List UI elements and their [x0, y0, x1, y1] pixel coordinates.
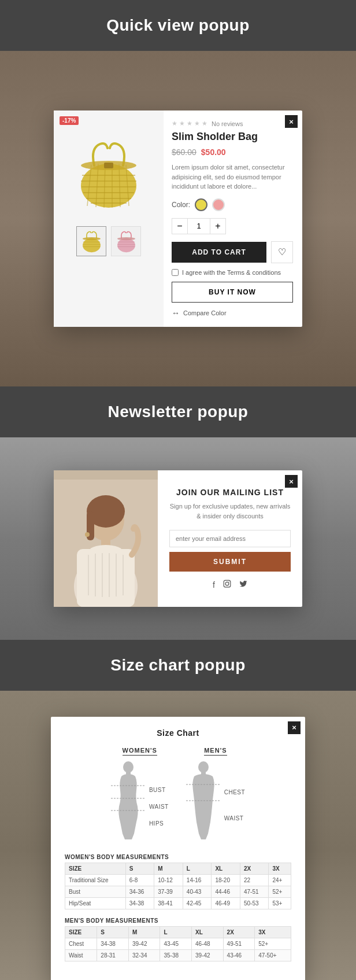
star-4: ★ — [194, 120, 200, 127]
newsletter-popup: × — [54, 470, 302, 607]
quantity-plus-button[interactable]: + — [210, 218, 226, 234]
product-title: Slim Sholder Bag — [172, 131, 293, 143]
quantity-minus-button[interactable]: − — [172, 218, 188, 234]
table-cell: Hip/Seat — [65, 897, 126, 909]
bust-label: BUST — [149, 787, 169, 793]
mens-col-2x: 2X — [223, 926, 255, 938]
add-to-cart-button[interactable]: ADD TO CART — [172, 242, 266, 263]
womens-body-labels: BUST WAIST HIPS — [149, 776, 169, 827]
terms-row: I agree with the Terms & conditions — [172, 269, 293, 276]
table-cell: 43-46 — [223, 949, 255, 961]
heart-icon: ♡ — [278, 246, 286, 257]
svg-point-49 — [198, 761, 209, 773]
newsletter-email-input[interactable] — [169, 530, 291, 547]
womens-figure-with-labels: BUST WAIST HIPS — [111, 761, 169, 842]
womens-label: WOMEN'S — [123, 747, 157, 756]
mens-measurements-section: MEN'S BODY MEASUREMENTS SIZE S M L XL 2X… — [65, 918, 291, 961]
terms-checkbox[interactable] — [172, 269, 179, 276]
quick-view-image-section: -17% — [54, 110, 164, 327]
color-swatch-yellow[interactable] — [195, 198, 207, 211]
product-price: $60.00 $50.00 — [172, 148, 293, 157]
color-selector: Color: — [172, 198, 293, 211]
table-cell: Bust — [65, 886, 126, 897]
size-chart-popup: × Size Chart WOMEN'S — [51, 717, 305, 981]
table-cell: 10-12 — [154, 874, 183, 886]
product-thumbnails — [76, 226, 141, 256]
table-cell: Traditional Size — [65, 874, 126, 886]
table-cell: 47-51 — [240, 886, 269, 897]
svg-point-40 — [85, 532, 90, 537]
mens-figure-section: MEN'S — [186, 747, 245, 842]
size-chart-close-button[interactable]: × — [288, 721, 301, 734]
mens-table-header-row: SIZE S M L XL 2X 3X — [65, 926, 291, 938]
mens-col-3x: 3X — [255, 926, 291, 938]
quick-view-bg: × -17% — [0, 51, 356, 386]
table-cell: 52+ — [269, 886, 291, 897]
mens-col-m: M — [128, 926, 160, 938]
table-cell: 40-43 — [183, 886, 212, 897]
thumbnail-1[interactable] — [76, 226, 106, 256]
table-row: Waist28-3132-3435-3839-4243-4647-50+ — [65, 949, 291, 961]
table-row: Chest34-3839-4243-4546-4849-5152+ — [65, 938, 291, 949]
mens-col-xl: XL — [192, 926, 224, 938]
twitter-icon[interactable] — [239, 580, 247, 590]
table-row: Hip/Seat34-3838-4142-4546-4950-5353+ — [65, 897, 291, 909]
quick-view-popup: × -17% — [54, 110, 302, 327]
facebook-icon[interactable]: f — [213, 580, 215, 590]
table-cell: 24+ — [269, 874, 291, 886]
table-cell: 39-42 — [192, 949, 224, 961]
svg-point-44 — [123, 761, 134, 773]
table-row: Bust34-3637-3940-4344-4647-5152+ — [65, 886, 291, 897]
table-cell: 34-38 — [97, 938, 129, 949]
waist-label: WAIST — [149, 804, 169, 810]
newsletter-bg: × — [0, 437, 356, 640]
quantity-selector: − + — [172, 218, 293, 234]
mens-col-s: S — [97, 926, 129, 938]
table-row: Traditional Size6-810-1214-1618-202224+ — [65, 874, 291, 886]
instagram-icon[interactable] — [223, 580, 231, 590]
womens-measurements-section: WOMEN'S BODY MEASUREMENTS SIZE S M L XL … — [65, 854, 291, 909]
thumbnail-2[interactable] — [111, 226, 141, 256]
mens-waist-label: WAIST — [224, 815, 245, 821]
star-1: ★ — [172, 120, 177, 127]
size-chart-bg: × Size Chart WOMEN'S — [0, 691, 356, 980]
body-figures-row: WOMEN'S — [65, 747, 291, 842]
add-to-cart-row: ADD TO CART ♡ — [172, 241, 293, 263]
wishlist-button[interactable]: ♡ — [271, 241, 293, 263]
svg-rect-32 — [77, 549, 135, 607]
womens-table-title: WOMEN'S BODY MEASUREMENTS — [65, 854, 291, 860]
womens-measurements-table: SIZE S M L XL 2X 3X Traditional Size6-81… — [65, 863, 291, 909]
star-3: ★ — [187, 120, 192, 127]
newsletter-close-button[interactable]: × — [285, 475, 298, 488]
table-cell: 35-38 — [160, 949, 192, 961]
table-cell: 6-8 — [125, 874, 154, 886]
table-cell: 53+ — [269, 897, 291, 909]
size-chart-title: Size chart popup — [110, 656, 246, 674]
product-description: Lorem ipsum dolor sit amet, consectetur … — [172, 163, 293, 191]
svg-rect-14 — [104, 163, 113, 168]
womens-col-m: M — [154, 863, 183, 874]
quantity-input[interactable] — [188, 218, 210, 234]
womens-col-xl: XL — [212, 863, 240, 874]
svg-rect-41 — [224, 580, 231, 587]
table-cell: 34-38 — [125, 897, 154, 909]
color-swatch-pink[interactable] — [212, 198, 225, 211]
table-cell: 14-16 — [183, 874, 212, 886]
product-main-image — [62, 128, 155, 220]
table-cell: 32-34 — [128, 949, 160, 961]
table-cell: Waist — [65, 949, 97, 961]
star-2: ★ — [179, 120, 185, 127]
discount-badge: -17% — [60, 116, 79, 125]
compare-label: Compare Color — [183, 310, 227, 316]
table-cell: 39-42 — [128, 938, 160, 949]
mens-table-body: Chest34-3839-4243-4546-4849-5152+Waist28… — [65, 938, 291, 961]
color-label: Color: — [172, 201, 190, 209]
table-cell: 38-41 — [154, 897, 183, 909]
social-links: f — [213, 580, 247, 590]
table-cell: 46-48 — [192, 938, 224, 949]
newsletter-submit-button[interactable]: SUBMIT — [169, 552, 291, 572]
quick-view-title: Quick view popup — [106, 16, 250, 34]
quick-view-close-button[interactable]: × — [285, 115, 298, 128]
mens-measurements-table: SIZE S M L XL 2X 3X Chest34-3839-4243-45… — [65, 926, 291, 961]
buy-now-button[interactable]: BUY IT NOW — [172, 282, 293, 303]
